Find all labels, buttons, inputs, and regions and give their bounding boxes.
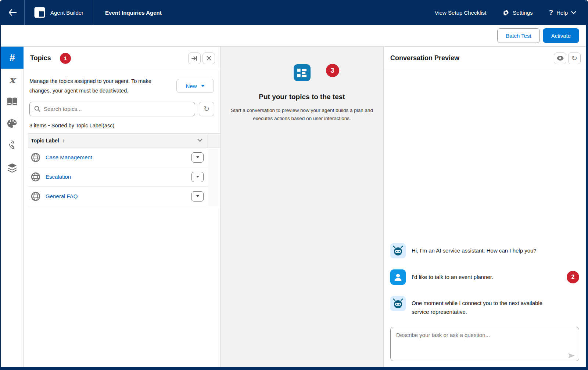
annotation-badge-1: 1 (60, 53, 71, 64)
rail-item-layers[interactable] (1, 157, 24, 179)
topics-panel-header: Topics 1 (24, 47, 220, 70)
activate-button[interactable]: Activate (543, 28, 579, 43)
app-section[interactable]: Agent Builder (25, 0, 93, 25)
chat-area: Hi, I'm an AI service assistant. How can… (384, 70, 586, 367)
chevron-down-icon (571, 11, 576, 14)
annotation-badge-2: 2 (567, 271, 579, 283)
close-icon (207, 56, 211, 61)
chat-message-bot: Hi, I'm an AI service assistant. How can… (390, 243, 579, 258)
sort-ascending-icon: ↑ (62, 138, 65, 144)
annotation-badge-3: 3 (326, 64, 339, 77)
hash-icon: # (9, 52, 15, 64)
app-window: Agent Builder Event Inquiries Agent View… (0, 0, 588, 370)
globe-icon (31, 153, 40, 162)
rail-item-palette[interactable] (1, 113, 24, 135)
caret-down-icon (196, 195, 199, 197)
palette-icon (7, 119, 17, 128)
message-text: Hi, I'm an AI service assistant. How can… (412, 246, 537, 255)
composer (390, 327, 579, 363)
settings-menu[interactable]: Settings (502, 9, 533, 16)
rail-item-channels[interactable] (1, 135, 24, 157)
refresh-icon: ↻ (571, 55, 577, 62)
pin-right-icon (191, 56, 197, 61)
globe-icon (31, 172, 40, 182)
conversation-preview-panel: Conversation Preview ↻ (384, 47, 586, 367)
topics-title: Topics (30, 54, 51, 62)
gear-icon (502, 9, 509, 16)
close-panel-button[interactable] (202, 52, 215, 64)
global-header: Agent Builder Event Inquiries Agent View… (1, 0, 586, 25)
search-topics-box (29, 102, 195, 116)
search-icon (34, 106, 40, 112)
topics-panel: Topics 1 Manage the topics ass (24, 47, 220, 367)
message-text: I'd like to talk to an event planner. (412, 273, 493, 282)
left-icon-rail: # x (1, 47, 24, 367)
main-area: # x (1, 47, 586, 367)
empty-state-subtitle: Start a conversation to preview how your… (226, 106, 378, 122)
topics-table-header: Topic Label ↑ (28, 133, 220, 148)
topic-link[interactable]: Escalation (46, 174, 71, 180)
plan-tile (294, 64, 311, 81)
rail-item-topics[interactable]: # (1, 47, 24, 69)
refresh-topics-button[interactable]: ↻ (199, 102, 214, 116)
user-avatar-icon (390, 269, 406, 285)
column-header-actions (208, 134, 220, 148)
row-actions-button[interactable] (191, 152, 204, 163)
book-icon (7, 97, 18, 106)
collapse-panel-button[interactable] (188, 52, 201, 64)
back-button[interactable] (1, 0, 24, 25)
chat-input[interactable] (390, 327, 579, 361)
help-menu[interactable]: ? Help (549, 8, 576, 17)
plan-canvas-panel: 3 Put your topics to the test Start a co… (220, 47, 384, 367)
new-topic-button[interactable]: New (176, 79, 214, 93)
topics-table: Topic Label ↑ Case Man (28, 133, 220, 206)
empty-state-title: Put your topics to the test (259, 93, 345, 101)
row-actions-button[interactable] (191, 191, 204, 202)
restart-conversation-button[interactable]: ↻ (568, 52, 581, 64)
question-mark-icon: ? (549, 8, 553, 17)
items-summary: 3 items • Sorted by Topic Label(asc) (29, 123, 214, 128)
topics-description: Manage the topics assigned to your agent… (29, 77, 172, 96)
globe-icon (31, 192, 40, 201)
layers-icon (7, 163, 17, 173)
chat-message-user: I'd like to talk to an event planner. 2 (390, 269, 579, 285)
conversation-title: Conversation Preview (390, 54, 459, 62)
nav-divider (93, 0, 93, 25)
refresh-icon: ↻ (204, 105, 209, 112)
chat-message-bot: One moment while I connect you to the ne… (390, 296, 579, 316)
action-toolbar: Batch Test Activate (1, 25, 586, 47)
bot-avatar-icon (390, 296, 406, 311)
search-topics-input[interactable] (44, 106, 190, 112)
satellite-dish-icon (7, 141, 17, 151)
topic-link[interactable]: General FAQ (46, 193, 78, 199)
row-actions-button[interactable] (191, 172, 204, 182)
caret-down-icon (196, 156, 199, 158)
send-icon[interactable] (568, 353, 575, 358)
column-header-topic-label[interactable]: Topic Label ↑ (28, 134, 208, 148)
caret-down-icon (201, 85, 205, 87)
preview-visibility-button[interactable] (554, 52, 566, 64)
topics-body: Manage the topics assigned to your agent… (24, 70, 220, 133)
rail-item-variables[interactable]: x (1, 69, 24, 91)
table-row: Escalation (28, 167, 208, 187)
view-setup-checklist-link[interactable]: View Setup Checklist (435, 10, 487, 16)
bot-avatar-icon (390, 243, 406, 258)
table-row: Case Management (28, 148, 208, 167)
variable-x-icon: x (9, 74, 15, 86)
column-chevron-down-icon[interactable] (197, 139, 202, 142)
agent-builder-icon (34, 7, 45, 18)
arrow-left-icon (8, 9, 17, 16)
topic-link[interactable]: Case Management (46, 154, 92, 160)
rail-item-knowledge[interactable] (1, 91, 24, 113)
agent-name: Event Inquiries Agent (105, 10, 162, 16)
conversation-header: Conversation Preview ↻ (384, 47, 586, 70)
plan-list-icon (297, 68, 307, 78)
app-name: Agent Builder (50, 10, 83, 16)
eye-icon (557, 56, 564, 61)
message-text: One moment while I connect you to the ne… (412, 296, 548, 316)
caret-down-icon (196, 176, 199, 178)
batch-test-button[interactable]: Batch Test (497, 28, 540, 43)
table-row: General FAQ (28, 187, 208, 206)
